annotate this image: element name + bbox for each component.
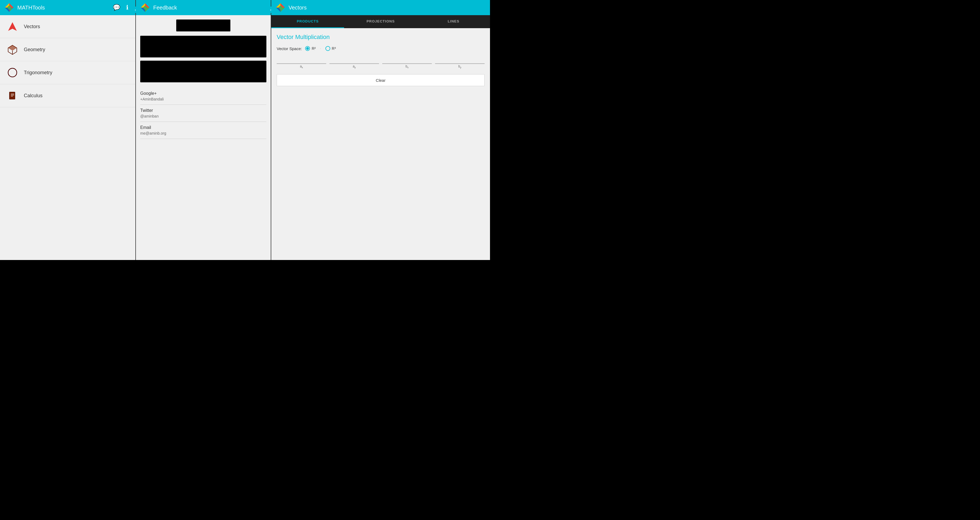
feedback-banner-1: [140, 36, 266, 57]
sidebar-item-geometry-label: Geometry: [24, 47, 45, 53]
svg-point-9: [8, 68, 17, 77]
vector-space-label: Vector Space:: [277, 46, 302, 51]
contact-twitter-value: @aminban: [140, 114, 266, 118]
ay-input[interactable]: [329, 56, 379, 64]
info-icon[interactable]: ℹ: [123, 4, 131, 11]
tab-projections[interactable]: PROJECTIONS: [344, 15, 417, 28]
sidebar-item-trigonometry-label: Trigonometry: [24, 70, 52, 75]
contact-twitter-label: Twitter: [140, 108, 266, 113]
tab-products[interactable]: PRODUCTS: [271, 15, 344, 28]
sidebar-item-calculus-label: Calculus: [24, 93, 43, 99]
contact-twitter[interactable]: Twitter @aminban: [140, 105, 266, 122]
radio-r2[interactable]: R²: [305, 46, 316, 51]
app-logo-feedback: [140, 3, 150, 13]
feedback-title: Feedback: [153, 5, 266, 11]
svg-rect-11: [10, 93, 14, 99]
chevron-left-vectors-icon[interactable]: ‹: [267, 6, 274, 13]
bx-input[interactable]: [382, 56, 432, 64]
svg-marker-7: [8, 45, 17, 51]
circle-icon: [6, 67, 18, 78]
header-bar-mathtools: MATHTools 💬 ℹ: [0, 0, 135, 15]
header-action-icons: 💬 ℹ: [113, 4, 131, 11]
feedback-banner-2: [140, 61, 266, 82]
input-group-ax: ax: [277, 56, 326, 69]
radio-label-r2: R²: [312, 46, 316, 51]
by-input[interactable]: [435, 56, 485, 64]
sidebar-item-calculus[interactable]: Calculus: [0, 84, 135, 107]
header-bar-vectors: Vectors: [271, 0, 490, 15]
vectors-content: Vector Multiplication Vector Space: R² ·…: [271, 28, 490, 260]
vectors-title: Vectors: [289, 5, 486, 11]
input-group-ay: ay: [329, 56, 379, 69]
contact-googleplus[interactable]: Google+ +AminBandali: [140, 88, 266, 105]
sidebar-item-vectors-label: Vectors: [24, 24, 40, 30]
sidebar-item-trigonometry[interactable]: Trigonometry: [0, 61, 135, 84]
radio-label-r3: R³: [332, 46, 336, 51]
tab-bar: PRODUCTS PROJECTIONS LINES: [271, 15, 490, 28]
sidebar-item-vectors[interactable]: Vectors: [0, 15, 135, 38]
app-logo: [4, 3, 14, 13]
tab-lines[interactable]: LINES: [417, 15, 490, 28]
nav-list: Vectors Geometry Trigonometry: [0, 15, 135, 107]
chevron-left-icon[interactable]: ‹: [132, 6, 138, 13]
radio-separator: ·: [320, 46, 321, 50]
feedback-icon[interactable]: 💬: [113, 4, 120, 11]
inputs-row: ax ay bx by: [277, 56, 485, 69]
contact-googleplus-label: Google+: [140, 91, 266, 96]
radio-dot-r3: [325, 46, 330, 51]
section-title-vector-multiplication: Vector Multiplication: [277, 33, 485, 41]
contact-email-label: Email: [140, 125, 266, 130]
app-logo-vectors: [275, 3, 285, 13]
ax-label: ax: [300, 64, 303, 69]
by-label: by: [458, 64, 461, 69]
sidebar-item-geometry[interactable]: Geometry: [0, 38, 135, 61]
svg-marker-5: [8, 22, 17, 31]
contact-googleplus-value: +AminBandali: [140, 97, 266, 101]
bx-label: bx: [406, 64, 409, 69]
feedback-header-image: [176, 19, 231, 32]
radio-r3[interactable]: R³: [325, 46, 336, 51]
book-icon: [6, 89, 18, 102]
panel-vectors: ‹ Vectors PRODUCTS PROJECTIONS LINES Vec…: [271, 0, 490, 260]
feedback-content: Google+ +AminBandali Twitter @aminban Em…: [136, 15, 271, 260]
ay-label: ay: [353, 64, 356, 69]
radio-dot-r2: [305, 46, 310, 51]
header-bar-feedback: Feedback: [136, 0, 271, 15]
radio-group: R² · R³: [305, 46, 336, 51]
ax-input[interactable]: [277, 56, 326, 64]
clear-button[interactable]: Clear: [277, 74, 485, 86]
input-group-by: by: [435, 56, 485, 69]
input-group-bx: bx: [382, 56, 432, 69]
app-title: MATHTools: [18, 5, 113, 11]
panel-mathtools: MATHTools 💬 ℹ Vectors Geo: [0, 0, 135, 260]
vector-space-row: Vector Space: R² · R³: [277, 46, 485, 51]
arrow-up-icon: [6, 21, 18, 32]
contact-email[interactable]: Email me@aminb.org: [140, 122, 266, 139]
contact-email-value: me@aminb.org: [140, 131, 266, 136]
cube-icon: [6, 44, 18, 56]
panel-feedback: ‹ Feedback Google+ +AminBandali Twitter …: [135, 0, 271, 260]
